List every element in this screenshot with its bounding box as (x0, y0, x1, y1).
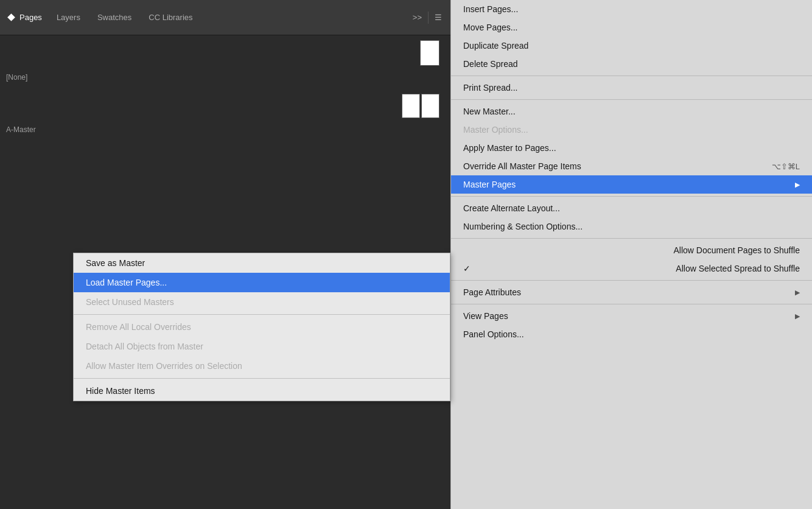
menu-page-attributes-arrow: ▶ (795, 289, 800, 297)
menu-sep-5 (451, 280, 812, 281)
submenu-select-unused-masters-label: Select Unused Masters (86, 297, 174, 307)
menu-allow-selected-shuffle-label: Allow Selected Spread to Shuffle (676, 264, 800, 273)
master-pages-submenu: Save as Master Load Master Pages... Sele… (73, 253, 450, 401)
menu-sep-6 (451, 304, 812, 304)
menu-view-pages-label: View Pages (463, 311, 508, 321)
menu-override-all[interactable]: Override All Master Page Items ⌥⇧⌘L (451, 157, 812, 175)
master-thumb-container (402, 94, 439, 118)
tab-pages[interactable]: Pages (2, 8, 48, 27)
menu-sep-1 (451, 75, 812, 76)
none-thumbnail-row (5, 40, 446, 66)
tab-overflow-area: >> ☰ (409, 10, 448, 24)
menu-allow-document-shuffle-label: Allow Document Pages to Shuffle (673, 245, 800, 255)
submenu-load-master-pages-label: Load Master Pages... (86, 278, 167, 287)
menu-numbering-section-label: Numbering & Section Options... (463, 222, 583, 231)
submenu-save-as-master[interactable]: Save as Master (74, 253, 450, 273)
submenu-sep-2 (74, 378, 450, 379)
menu-insert-pages-label: Insert Pages... (463, 4, 518, 14)
menu-allow-selected-shuffle-check: ✓ (463, 264, 473, 273)
menu-apply-master[interactable]: Apply Master to Pages... (451, 139, 812, 157)
menu-view-pages[interactable]: View Pages ▶ (451, 307, 812, 325)
master-thumb-right[interactable] (421, 94, 439, 118)
master-label: A-Master (5, 123, 446, 136)
menu-duplicate-spread-label: Duplicate Spread (463, 41, 528, 51)
panel-menu-button[interactable]: ☰ (431, 10, 446, 24)
menu-move-pages[interactable]: Move Pages... (451, 18, 812, 37)
menu-master-pages-arrow: ▶ (795, 181, 800, 189)
submenu-detach-all-objects: Detach All Objects from Master (74, 337, 450, 356)
none-label: [None] (5, 71, 446, 84)
menu-numbering-section[interactable]: Numbering & Section Options... (451, 217, 812, 236)
menu-page-attributes-label: Page Attributes (463, 287, 521, 297)
submenu-load-master-pages[interactable]: Load Master Pages... (74, 273, 450, 292)
master-thumb-left[interactable] (402, 94, 420, 118)
tab-cc-libraries[interactable]: CC Libraries (140, 8, 201, 27)
panel-tabs: Pages Layers Swatches CC Libraries >> ☰ (0, 0, 450, 35)
menu-allow-selected-shuffle[interactable]: ✓ Allow Selected Spread to Shuffle (451, 259, 812, 278)
menu-print-spread-label: Print Spread... (463, 83, 518, 93)
menu-apply-master-label: Apply Master to Pages... (463, 143, 556, 153)
menu-master-pages-label: Master Pages (463, 180, 516, 189)
tab-layers[interactable]: Layers (48, 8, 89, 27)
submenu-allow-master-overrides-label: Allow Master Item Overrides on Selection (86, 361, 242, 371)
menu-delete-spread[interactable]: Delete Spread (451, 55, 812, 73)
master-section: A-Master (5, 94, 446, 136)
menu-panel-options-label: Panel Options... (463, 329, 524, 339)
menu-master-options: Master Options... (451, 121, 812, 139)
menu-page-attributes[interactable]: Page Attributes ▶ (451, 283, 812, 301)
submenu-remove-all-overrides-label: Remove All Local Overrides (86, 322, 191, 332)
menu-master-options-label: Master Options... (463, 125, 528, 135)
menu-delete-spread-label: Delete Spread (463, 59, 518, 69)
diamond-icon (7, 13, 15, 21)
menu-duplicate-spread[interactable]: Duplicate Spread (451, 37, 812, 55)
tab-pages-label: Pages (19, 13, 42, 22)
menu-move-pages-label: Move Pages... (463, 23, 518, 32)
menu-sep-2 (451, 99, 812, 100)
master-thumbnail-row (5, 94, 446, 118)
tab-divider (428, 12, 429, 24)
tab-overflow-button[interactable]: >> (409, 10, 425, 24)
submenu-detach-all-objects-label: Detach All Objects from Master (86, 342, 203, 351)
menu-sep-4 (451, 238, 812, 239)
menu-allow-document-shuffle[interactable]: Allow Document Pages to Shuffle (451, 241, 812, 259)
menu-create-alternate[interactable]: Create Alternate Layout... (451, 199, 812, 217)
none-thumbnail[interactable] (420, 40, 439, 66)
submenu-save-as-master-label: Save as Master (86, 258, 145, 268)
menu-print-spread[interactable]: Print Spread... (451, 79, 812, 97)
menu-override-all-shortcut: ⌥⇧⌘L (772, 162, 800, 171)
tab-swatches[interactable]: Swatches (89, 8, 140, 27)
submenu-sep-1 (74, 314, 450, 315)
menu-new-master[interactable]: New Master... (451, 102, 812, 121)
menu-sep-3 (451, 196, 812, 197)
menu-new-master-label: New Master... (463, 107, 516, 116)
menu-view-pages-arrow: ▶ (795, 312, 800, 320)
menu-allow-document-shuffle-check (463, 245, 473, 255)
menu-insert-pages[interactable]: Insert Pages... (451, 0, 812, 18)
menu-master-pages[interactable]: Master Pages ▶ (451, 175, 812, 194)
submenu-hide-master-items-label: Hide Master Items (86, 386, 155, 396)
submenu-select-unused-masters: Select Unused Masters (74, 292, 450, 312)
main-context-menu: Insert Pages... Move Pages... Duplicate … (450, 0, 812, 509)
submenu-remove-all-overrides: Remove All Local Overrides (74, 317, 450, 337)
menu-override-all-label: Override All Master Page Items (463, 161, 581, 171)
submenu-hide-master-items[interactable]: Hide Master Items (74, 381, 450, 401)
menu-create-alternate-label: Create Alternate Layout... (463, 203, 560, 213)
menu-panel-options[interactable]: Panel Options... (451, 325, 812, 343)
submenu-allow-master-overrides: Allow Master Item Overrides on Selection (74, 356, 450, 376)
none-section: [None] (5, 40, 446, 84)
